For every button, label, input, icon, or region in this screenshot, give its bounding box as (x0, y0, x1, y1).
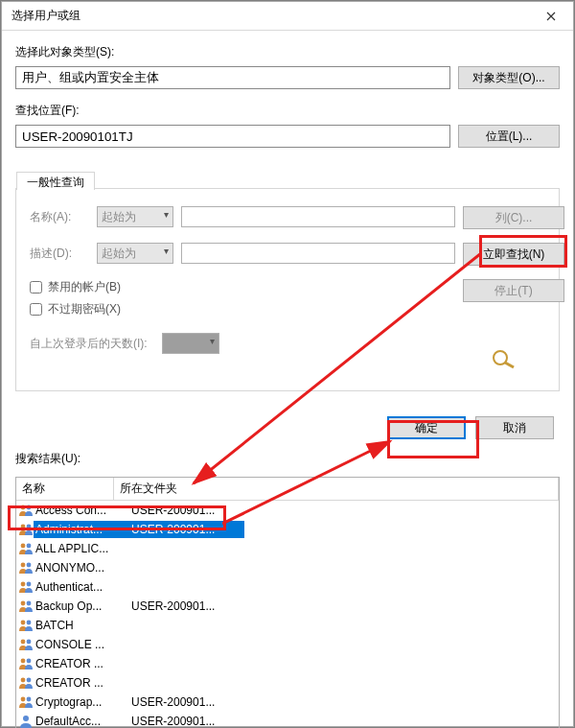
object-types-button[interactable]: 对象类型(O)... (458, 66, 560, 89)
cell-name: Access Con... (34, 502, 129, 519)
list-item[interactable]: ANONYMO... (16, 558, 559, 577)
svg-point-19 (27, 659, 32, 664)
cell-folder (129, 566, 244, 570)
object-type-label: 选择此对象类型(S): (15, 44, 560, 60)
desc-label: 描述(D): (30, 246, 89, 262)
principal-icon (18, 579, 34, 595)
close-icon (546, 12, 556, 21)
list-item[interactable]: Backup Op...USER-200901... (16, 597, 559, 616)
desc-input[interactable] (181, 243, 455, 264)
non-expiring-pw-checkbox[interactable] (30, 303, 42, 316)
dialog-window: 选择用户或组 选择此对象类型(S): 对象类型(O)... 查找位置(F): 位… (1, 1, 574, 727)
principal-icon (18, 714, 34, 728)
cell-folder (129, 662, 244, 666)
desc-match-combo[interactable]: 起始为 (97, 243, 173, 264)
list-item[interactable]: Authenticat... (16, 577, 559, 597)
list-item[interactable]: BATCH (16, 616, 559, 635)
cancel-button[interactable]: 取消 (475, 416, 554, 439)
svg-point-10 (21, 582, 26, 587)
principal-icon (18, 694, 34, 710)
svg-point-5 (27, 525, 32, 529)
svg-point-3 (27, 505, 32, 510)
list-item[interactable]: DefaultAcc...USER-200901... (16, 712, 559, 728)
search-results-label: 搜索结果(U): (15, 451, 560, 467)
cell-name: Administrat... (34, 521, 129, 538)
disabled-accounts-checkbox[interactable] (30, 281, 42, 294)
svg-point-2 (21, 505, 26, 510)
list-item[interactable]: Administrat...USER-200901... (16, 520, 559, 539)
svg-point-15 (27, 621, 32, 625)
svg-point-24 (23, 716, 29, 721)
svg-point-0 (494, 351, 507, 364)
columns-button[interactable]: 列(C)... (463, 206, 564, 229)
days-since-login-label: 自上次登录后的天数(I): (30, 336, 154, 352)
principal-icon (18, 599, 34, 614)
svg-point-17 (27, 640, 32, 645)
principal-icon (18, 503, 34, 518)
column-folder[interactable]: 所在文件夹 (114, 478, 559, 500)
cell-name: Authenticat... (34, 578, 129, 596)
ok-button[interactable]: 确定 (387, 416, 466, 439)
titlebar: 选择用户或组 (2, 2, 573, 31)
cell-name: BATCH (34, 617, 129, 634)
close-button[interactable] (529, 2, 573, 31)
svg-point-12 (21, 601, 26, 606)
svg-point-14 (21, 621, 26, 625)
svg-point-22 (21, 697, 26, 702)
svg-point-6 (21, 544, 26, 549)
cell-folder: USER-200901... (129, 713, 244, 728)
principal-icon (18, 560, 34, 575)
cell-name: CREATOR ... (34, 655, 129, 672)
svg-point-23 (27, 697, 32, 702)
cell-name: ANONYMO... (34, 559, 129, 576)
principal-icon (18, 637, 34, 652)
cell-name: CREATOR ... (34, 674, 129, 692)
cell-name: Cryptograp... (34, 693, 129, 711)
name-input[interactable] (181, 206, 455, 227)
search-results[interactable]: 名称 所在文件夹 Access Con...USER-200901...Admi… (15, 477, 560, 728)
principal-icon (18, 675, 34, 691)
cell-name: DefaultAcc... (34, 713, 129, 728)
principal-icon (18, 656, 34, 671)
svg-point-13 (27, 601, 32, 606)
cell-folder (129, 643, 244, 646)
name-label: 名称(A): (30, 209, 89, 225)
svg-point-18 (21, 659, 26, 664)
cell-name: CONSOLE ... (34, 636, 129, 653)
location-row: 位置(L)... (15, 125, 560, 148)
stop-button[interactable]: 停止(T) (463, 279, 564, 302)
svg-point-11 (27, 582, 32, 587)
dialog-title: 选择用户或组 (12, 8, 80, 24)
results-header: 名称 所在文件夹 (16, 478, 559, 501)
list-item[interactable]: Access Con...USER-200901... (16, 501, 559, 520)
location-input[interactable] (15, 125, 450, 148)
list-item[interactable]: ALL APPLIC... (16, 539, 559, 558)
dialog-body: 选择此对象类型(S): 对象类型(O)... 查找位置(F): 位置(L)...… (2, 31, 573, 728)
column-name[interactable]: 名称 (16, 478, 114, 500)
object-type-row: 对象类型(O)... (15, 66, 560, 89)
list-item[interactable]: CREATOR ... (16, 654, 559, 673)
cell-folder: USER-200901... (129, 502, 244, 519)
tab-common-query[interactable]: 一般性查询 (16, 172, 95, 190)
find-now-button[interactable]: 立即查找(N) (463, 243, 564, 266)
days-since-login-combo[interactable] (162, 333, 219, 354)
cell-folder (129, 681, 244, 685)
list-item[interactable]: CREATOR ... (16, 673, 559, 693)
name-match-combo[interactable]: 起始为 (97, 206, 173, 227)
svg-point-16 (21, 640, 26, 645)
cell-name: Backup Op... (34, 598, 129, 615)
query-panel: 一般性查询 名称(A): 起始为 描述(D): 起始为 (15, 188, 560, 391)
non-expiring-pw-row[interactable]: 不过期密码(X) (30, 301, 455, 317)
svg-point-7 (27, 544, 32, 549)
cell-folder (129, 585, 244, 589)
locations-button[interactable]: 位置(L)... (458, 125, 560, 148)
object-type-input[interactable] (15, 66, 450, 89)
cell-folder: USER-200901... (129, 693, 244, 711)
magnifier-icon (463, 344, 545, 373)
svg-point-4 (21, 525, 26, 529)
cell-folder: USER-200901... (129, 521, 244, 538)
list-item[interactable]: CONSOLE ... (16, 635, 559, 654)
disabled-accounts-row[interactable]: 禁用的帐户(B) (30, 279, 455, 295)
footer-row: 确定 取消 (15, 416, 560, 439)
list-item[interactable]: Cryptograp...USER-200901... (16, 693, 559, 712)
